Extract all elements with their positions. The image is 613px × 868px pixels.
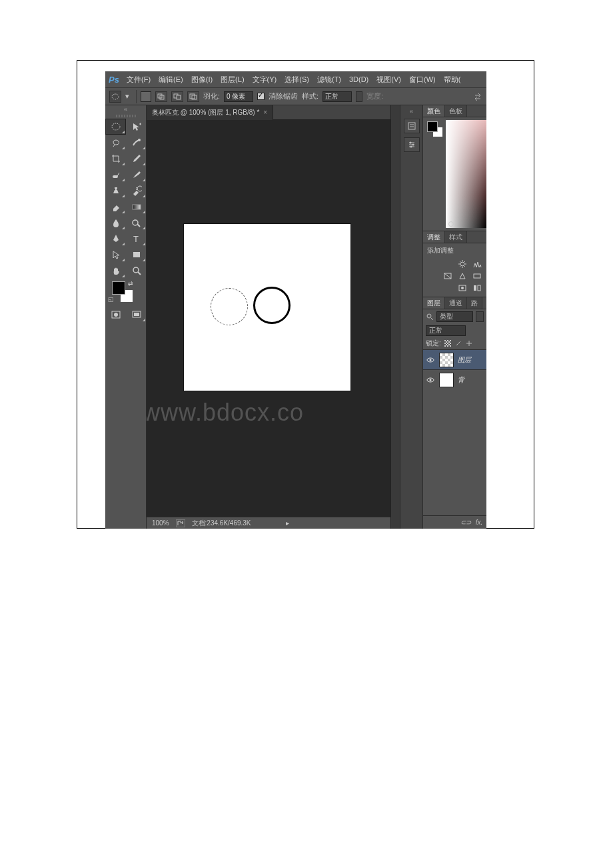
menu-3d[interactable]: 3D(D) [345,75,372,83]
default-colors-icon[interactable]: ◱ [108,296,114,303]
style-select[interactable]: 正常 [322,91,352,102]
lock-pixels-icon[interactable] [454,339,462,347]
quick-selection-tool[interactable] [126,135,147,151]
selection-intersect-icon[interactable] [187,91,199,102]
blend-mode-select[interactable]: 正常 [426,325,466,336]
menu-help[interactable]: 帮助( [440,75,465,85]
lock-transparency-icon[interactable] [444,339,452,347]
clone-stamp-tool[interactable] [105,183,126,199]
swap-wh-icon[interactable] [473,92,482,101]
status-export-icon[interactable] [176,519,185,527]
selection-new-icon[interactable] [141,91,151,102]
tools-grip[interactable] [105,113,146,119]
quick-mask-tool[interactable] [105,307,126,323]
history-panel-icon[interactable] [404,119,420,133]
levels-icon[interactable] [472,259,482,269]
crop-tool[interactable] [105,151,126,167]
style-stepper[interactable] [356,91,362,102]
layer-row[interactable]: 图层 [423,349,486,369]
vertical-scrollbar[interactable] [390,105,400,529]
antialias-checkbox[interactable] [257,93,265,100]
lock-label: 锁定: [426,339,441,348]
menu-layer[interactable]: 图层(L) [217,75,248,85]
layer-name[interactable]: 图层 [458,355,471,365]
history-brush-tool[interactable] [126,183,147,199]
menu-window[interactable]: 窗口(W) [405,75,440,85]
color-field[interactable] [446,120,486,228]
hue-icon[interactable] [472,271,482,281]
layer-thumbnail[interactable] [439,373,454,387]
rectangle-tool[interactable] [126,247,147,263]
layer-name[interactable]: 背 [458,375,464,385]
path-selection-tool[interactable] [105,247,126,263]
photo-filter-icon[interactable] [457,283,468,293]
link-layers-icon[interactable]: ⊂⊃ [461,518,470,527]
visibility-icon[interactable] [426,355,435,365]
tab-color[interactable]: 颜色 [423,105,445,117]
tab-styles[interactable]: 样式 [445,231,467,243]
brush-tool[interactable] [126,167,147,183]
svg-rect-28 [474,285,476,291]
layer-thumbnail[interactable] [439,353,454,367]
menu-image[interactable]: 图像(I) [187,75,217,85]
color-cursor [448,221,454,227]
zoom-tool[interactable] [126,263,147,279]
layers-panel: 图层 通道 路 类型 正常 锁定: [423,297,486,529]
canvas-area[interactable]: www.bdocx.co [147,120,390,517]
vibrance-icon[interactable] [457,271,468,281]
selection-subtract-icon[interactable] [171,91,183,102]
feather-input[interactable]: 0 像素 [224,91,253,102]
tools-collapse-icon[interactable]: « [105,105,146,113]
dock-collapse-icon[interactable]: « [410,108,413,115]
layer-fx-icon[interactable]: fx. [474,518,484,527]
photoshop-window: Ps 文件(F) 编辑(E) 图像(I) 图层(L) 文字(Y) 选择(S) 滤… [105,71,486,529]
exposure-icon[interactable] [442,271,453,281]
svg-point-30 [427,314,431,318]
tab-adjustments[interactable]: 调整 [423,231,445,243]
tab-channels[interactable]: 通道 [445,297,467,309]
brightness-icon[interactable] [457,259,468,269]
panel-foreground-color[interactable] [427,121,438,132]
properties-panel-icon[interactable] [404,137,420,152]
layer-row[interactable]: 背 [423,369,486,389]
document-tab[interactable]: 奥林匹克 @ 100% (图层 1, RGB/8) * × [147,105,273,120]
hand-tool[interactable] [105,263,126,279]
foreground-color[interactable] [112,281,125,295]
svg-point-8 [138,139,141,141]
eraser-tool[interactable] [105,199,126,215]
zoom-level[interactable]: 100% [152,519,169,527]
doc-info[interactable]: 文档:234.6K/469.3K [192,519,251,528]
status-play-icon[interactable]: ▸ [286,519,289,527]
type-tool[interactable]: T [126,231,147,247]
pen-tool[interactable] [105,231,126,247]
swap-colors-icon[interactable]: ⇄ [128,280,133,287]
menu-edit[interactable]: 编辑(E) [155,75,187,85]
menu-filter[interactable]: 滤镜(T) [313,75,345,85]
menu-view[interactable]: 视图(V) [372,75,405,85]
gradient-tool[interactable] [126,199,147,215]
lasso-tool[interactable] [105,135,126,151]
move-tool[interactable] [126,119,147,135]
dodge-tool[interactable] [126,215,147,231]
menu-file[interactable]: 文件(F) [123,75,155,85]
visibility-icon[interactable] [426,375,435,385]
healing-brush-tool[interactable] [105,167,126,183]
menu-type[interactable]: 文字(Y) [249,75,281,85]
tool-preset-dropdown[interactable]: ▾ [125,92,132,101]
menu-select[interactable]: 选择(S) [281,75,313,85]
lut-icon[interactable] [472,283,482,293]
eyedropper-tool[interactable] [126,151,147,167]
lock-position-icon[interactable] [465,339,473,347]
close-tab-icon[interactable]: × [263,109,267,116]
tab-swatches[interactable]: 色板 [445,105,467,117]
tab-layers[interactable]: 图层 [423,297,445,309]
tab-paths[interactable]: 路 [467,297,482,309]
layer-filter-select[interactable]: 类型 [436,311,473,322]
blur-tool[interactable] [105,215,126,231]
screen-mode-tool[interactable] [126,307,147,323]
active-tool-icon[interactable] [109,91,121,103]
layer-filter-stepper[interactable] [476,311,484,322]
elliptical-marquee-tool[interactable] [105,119,126,135]
selection-add-icon[interactable] [155,91,167,102]
artboard[interactable] [184,224,350,391]
